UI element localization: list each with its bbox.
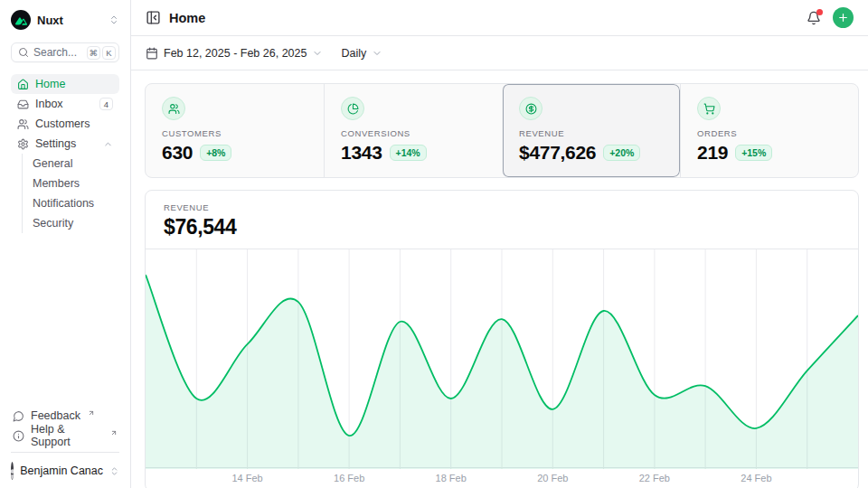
main-area: Home Feb 12, 2025 - Feb 26, 2025 Daily (131, 0, 868, 488)
x-axis-labels: 14 Feb16 Feb18 Feb20 Feb22 Feb24 Feb (146, 468, 858, 488)
kbd-cmd: ⌘ (87, 46, 101, 60)
kbd-k: K (102, 46, 116, 60)
workspace-switcher[interactable]: Nuxt (11, 9, 119, 31)
x-axis-tick: 20 Feb (537, 473, 568, 483)
x-axis-tick: 16 Feb (334, 473, 364, 483)
sidebar-item-notifications[interactable]: Notifications (23, 193, 119, 213)
sidebar-item-settings[interactable]: Settings (11, 134, 119, 154)
add-button[interactable] (833, 7, 854, 28)
notification-dot (816, 9, 823, 15)
date-range-label: Feb 12, 2025 - Feb 26, 2025 (164, 47, 307, 60)
stat-card-customers[interactable]: CUSTOMERS 630 +8% (146, 84, 324, 177)
external-link-icon (88, 409, 95, 417)
info-icon (13, 430, 24, 442)
revenue-area-chart[interactable] (146, 249, 858, 468)
user-name: Benjamin Canac (20, 465, 103, 477)
subnav-label: Members (33, 177, 80, 190)
stat-value: 1343 (341, 142, 382, 164)
stat-label: CONVERSIONS (341, 128, 489, 138)
search-input[interactable]: Search... ⌘ K (11, 42, 119, 62)
stat-label: ORDERS (697, 128, 845, 138)
chart-value: $76,544 (164, 215, 840, 239)
stat-value: 630 (162, 142, 193, 164)
search-kbd-group: ⌘ K (87, 46, 117, 60)
footer-link-label: Feedback (31, 409, 80, 422)
subnav-label: General (33, 157, 72, 170)
period-label: Daily (341, 47, 366, 60)
subnav-label: Security (33, 217, 73, 230)
external-link-icon (110, 429, 118, 436)
sidebar-item-customers[interactable]: Customers (11, 114, 119, 134)
nuxt-logo-icon (11, 10, 31, 30)
avatar (11, 462, 14, 480)
x-axis-tick: 14 Feb (231, 473, 262, 483)
stat-value: 219 (697, 142, 728, 164)
search-icon (18, 47, 29, 58)
sidebar-item-home[interactable]: Home (11, 74, 119, 94)
nav-item-label: Customers (35, 117, 90, 130)
sidebar-nav: Home Inbox 4 Customers Settings General … (11, 74, 119, 233)
chevrons-up-down-icon (108, 14, 119, 25)
toolbar: Feb 12, 2025 - Feb 26, 2025 Daily (131, 36, 868, 70)
cart-icon (697, 97, 721, 120)
revenue-chart-card: REVENUE $76,544 14 Feb16 Feb18 Feb20 Feb… (145, 190, 859, 488)
main-header: Home (131, 0, 868, 36)
stat-card-conversions[interactable]: CONVERSIONS 1343 +14% (324, 84, 502, 177)
gear-icon (17, 138, 29, 150)
users-icon (17, 118, 29, 130)
workspace-name: Nuxt (37, 14, 63, 27)
home-icon (17, 79, 29, 90)
stats-row: CUSTOMERS 630 +8% CONVERSIONS 1343 +14% (145, 83, 859, 178)
page-title: Home (169, 11, 205, 25)
x-axis-tick: 18 Feb (436, 473, 467, 483)
inbox-count-badge: 4 (99, 98, 113, 110)
stat-label: REVENUE (519, 128, 667, 138)
nav-item-label: Settings (35, 137, 76, 150)
period-select[interactable]: Daily (341, 47, 382, 60)
chevron-down-icon (312, 48, 323, 59)
settings-subnav: General Members Notifications Security (22, 154, 119, 233)
x-axis-tick: 22 Feb (639, 473, 670, 483)
x-axis-tick: 24 Feb (741, 473, 771, 483)
chevron-down-icon (372, 48, 382, 59)
subnav-label: Notifications (33, 197, 94, 210)
plus-icon (837, 12, 849, 23)
message-circle-icon (13, 410, 24, 422)
date-range-picker[interactable]: Feb 12, 2025 - Feb 26, 2025 (146, 47, 323, 60)
nav-item-label: Home (35, 78, 65, 90)
sidebar-item-general[interactable]: General (23, 154, 119, 174)
sidebar-item-security[interactable]: Security (23, 213, 119, 233)
dollar-circle-icon (519, 97, 542, 120)
pie-chart-icon (341, 97, 364, 120)
notifications-button[interactable] (807, 11, 821, 25)
sidebar-footer: Feedback Help & Support Benjamin Canac (11, 406, 119, 483)
chart-label: REVENUE (164, 202, 840, 212)
sidebar-item-members[interactable]: Members (23, 174, 119, 193)
footer-link-label: Help & Support (31, 423, 103, 448)
header-actions (807, 7, 854, 28)
sidebar-item-inbox[interactable]: Inbox 4 (11, 94, 119, 114)
content: CUSTOMERS 630 +8% CONVERSIONS 1343 +14% (131, 70, 868, 488)
delta-badge: +14% (390, 145, 427, 161)
stat-label: CUSTOMERS (162, 128, 311, 138)
stat-card-revenue[interactable]: REVENUE $477,626 +20% (502, 84, 680, 177)
nav-item-label: Inbox (35, 98, 63, 110)
chevron-up-icon (103, 139, 113, 149)
calendar-icon (146, 47, 158, 60)
chart-header: REVENUE $76,544 (146, 191, 858, 249)
sidebar-collapse-button[interactable] (146, 10, 161, 25)
users-icon (162, 97, 185, 120)
stat-value: $477,626 (519, 142, 596, 164)
sidebar: Nuxt Search... ⌘ K Home Inbox 4 Customer… (0, 0, 131, 488)
search-placeholder: Search... (33, 46, 77, 59)
inbox-icon (17, 99, 29, 110)
chart-svg (146, 249, 858, 469)
help-support-link[interactable]: Help & Support (11, 426, 119, 446)
delta-badge: +8% (200, 145, 231, 161)
stat-card-orders[interactable]: ORDERS 219 +15% (680, 84, 858, 177)
chevrons-up-down-icon (109, 466, 119, 476)
delta-badge: +15% (735, 145, 772, 161)
panel-left-close-icon (146, 10, 161, 25)
user-menu[interactable]: Benjamin Canac (11, 452, 119, 483)
delta-badge: +20% (603, 145, 640, 161)
